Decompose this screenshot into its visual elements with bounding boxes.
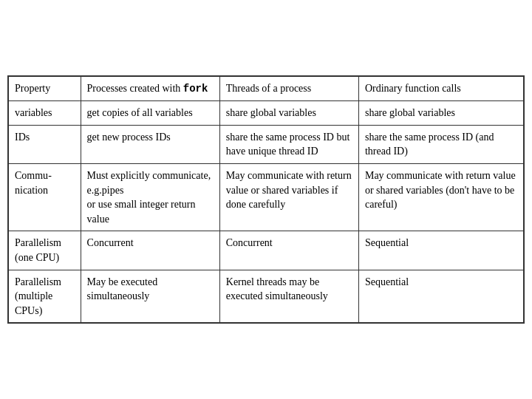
cell-ordinary: Sequential [358, 270, 523, 323]
table-row: Parallelism (one CPU) Concurrent Concurr… [9, 231, 524, 270]
cell-fork: Must explicitly communicate,e.g.pipesor … [81, 164, 219, 231]
cell-ordinary: share the same process ID (and thread ID… [358, 125, 523, 163]
comparison-table: Property Processes created with fork Thr… [7, 75, 525, 324]
table-row: Parallelism (multiple CPUs) May be execu… [9, 270, 524, 323]
cell-threads: share global variables [219, 101, 358, 126]
table-row: Commu­nication Must explicitly communica… [9, 164, 524, 231]
cell-ordinary: share global variables [358, 101, 523, 126]
cell-threads: share the same process ID but have uniqu… [219, 125, 358, 163]
header-ordinary: Ordinary function calls [358, 76, 523, 101]
cell-fork: get new process IDs [81, 125, 219, 163]
header-threads: Threads of a process [219, 76, 358, 101]
header-fork: Processes created with fork [81, 76, 219, 101]
cell-fork: get copies of all variables [81, 101, 219, 126]
table-row: IDs get new process IDs share the same p… [9, 125, 524, 163]
cell-threads: May communicate with return value or sha… [219, 164, 358, 231]
cell-ordinary: Sequential [358, 231, 523, 270]
cell-threads: Concurrent [219, 231, 358, 270]
cell-fork: May be executed simultaneously [81, 270, 219, 323]
cell-ordinary: May communicate with return value or sha… [358, 164, 523, 231]
header-property: Property [9, 76, 81, 101]
cell-property: IDs [9, 125, 81, 163]
cell-property: variables [9, 101, 81, 126]
cell-property: Parallelism (multiple CPUs) [9, 270, 81, 323]
cell-property: Parallelism (one CPU) [9, 231, 81, 270]
cell-threads: Kernel threads may be executed simultane… [219, 270, 358, 323]
cell-fork: Concurrent [81, 231, 219, 270]
table-header-row: Property Processes created with fork Thr… [9, 76, 524, 101]
cell-property: Commu­nication [9, 164, 81, 231]
table-row: variables get copies of all variables sh… [9, 101, 524, 126]
